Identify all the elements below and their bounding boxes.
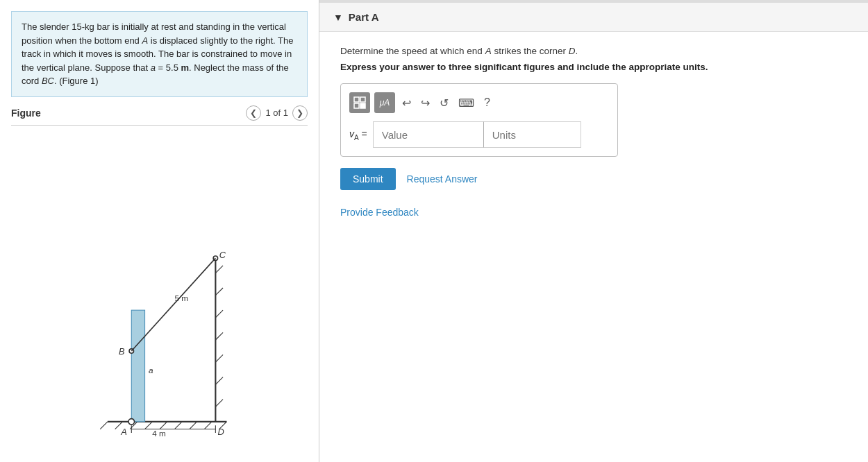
svg-text:5 m: 5 m <box>174 293 188 302</box>
part-header: ▼ Part A <box>319 3 868 32</box>
instruction-text: Express your answer to three significant… <box>340 62 847 72</box>
svg-line-8 <box>204 422 212 429</box>
svg-line-16 <box>215 377 223 385</box>
svg-line-26 <box>131 258 215 351</box>
figure-canvas: A D B C 5 m a 4 m <box>11 131 308 452</box>
svg-line-14 <box>215 332 223 340</box>
svg-text:4 m: 4 m <box>152 429 166 438</box>
svg-line-12 <box>215 288 223 296</box>
grid-icon <box>353 96 366 109</box>
value-input[interactable] <box>373 121 484 148</box>
input-row: vA = <box>349 121 609 148</box>
figure-diagram: A D B C 5 m a 4 m <box>49 236 271 444</box>
figure-counter: 1 of 1 <box>265 108 288 118</box>
svg-rect-35 <box>354 103 359 108</box>
mu-button[interactable]: μΑ <box>374 92 395 113</box>
undo-button[interactable]: ↩ <box>399 95 414 111</box>
svg-text:A: A <box>120 427 127 437</box>
svg-text:a: a <box>148 366 153 375</box>
svg-rect-33 <box>354 97 359 102</box>
figure-label: Figure <box>11 108 41 119</box>
svg-rect-36 <box>360 103 365 108</box>
submit-button[interactable]: Submit <box>340 168 396 190</box>
grid-button[interactable] <box>349 92 370 113</box>
svg-line-6 <box>174 422 182 429</box>
figure-section: Figure ❮ 1 of 1 ❯ <box>11 105 308 452</box>
help-button[interactable]: ? <box>481 95 493 110</box>
svg-line-13 <box>215 310 223 318</box>
toolbar: μΑ ↩ ↪ ↺ ⌨ ? <box>349 92 609 113</box>
right-content: Determine the speed at which end A strik… <box>319 32 868 232</box>
redo-button[interactable]: ↪ <box>418 95 433 111</box>
prev-figure-button[interactable]: ❮ <box>246 105 261 121</box>
svg-text:B: B <box>119 346 125 357</box>
request-answer-link[interactable]: Request Answer <box>407 173 478 185</box>
svg-line-4 <box>144 422 152 429</box>
right-panel: ▼ Part A Determine the speed at which en… <box>319 0 868 462</box>
next-figure-button[interactable]: ❯ <box>292 105 308 121</box>
svg-line-1 <box>100 422 108 429</box>
svg-line-17 <box>215 400 223 407</box>
svg-text:D: D <box>217 427 224 437</box>
figure-nav: ❮ 1 of 1 ❯ <box>246 105 308 121</box>
answer-box: μΑ ↩ ↪ ↺ ⌨ ? vA = <box>340 83 618 157</box>
problem-text: The slender 15-kg bar is initially at re… <box>11 11 308 97</box>
units-input[interactable] <box>484 121 581 148</box>
action-row: Submit Request Answer <box>340 168 847 190</box>
svg-line-7 <box>189 422 197 429</box>
provide-feedback-link[interactable]: Provide Feedback <box>340 207 419 218</box>
svg-text:C: C <box>219 250 226 260</box>
svg-line-11 <box>215 266 223 273</box>
var-label: vA = <box>349 128 367 142</box>
keyboard-button[interactable]: ⌨ <box>456 95 477 111</box>
svg-line-5 <box>160 422 167 429</box>
figure-header: Figure ❮ 1 of 1 ❯ <box>11 105 308 126</box>
question-text: Determine the speed at which end A strik… <box>340 46 847 56</box>
refresh-button[interactable]: ↺ <box>437 95 451 111</box>
svg-point-19 <box>128 419 135 425</box>
svg-rect-18 <box>131 310 144 422</box>
svg-rect-34 <box>360 97 365 102</box>
svg-line-15 <box>215 354 223 362</box>
part-title: Part A <box>349 11 379 23</box>
part-collapse-arrow[interactable]: ▼ <box>333 12 343 23</box>
left-panel: The slender 15-kg bar is initially at re… <box>0 0 319 462</box>
